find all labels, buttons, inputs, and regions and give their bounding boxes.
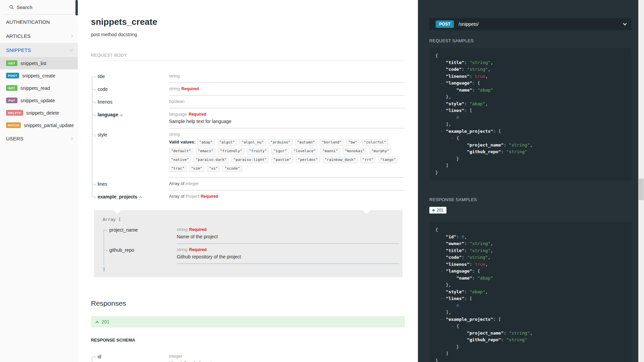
- method-badge: PATCH: [6, 122, 21, 128]
- field-name: linenos: [98, 99, 169, 108]
- code-line: "linenos": true,: [435, 261, 626, 268]
- code-token: ]: [435, 163, 448, 168]
- sidebar-section-snippets[interactable]: SNIPPETS: [0, 43, 78, 57]
- code-token: : {: [472, 80, 480, 85]
- fold-toggle-icon[interactable]: -: [441, 268, 446, 274]
- response-status-tab[interactable]: 201: [429, 207, 446, 214]
- endpoint-selector[interactable]: POST /snippets/: [429, 18, 632, 30]
- response-schema-caption: RESPONSE SCHEMA: [91, 338, 405, 343]
- enum-value-chip: "bw": [346, 139, 359, 146]
- code-line: - "example_projects": [: [435, 128, 626, 135]
- code-token: :: [501, 337, 506, 342]
- field-type: Array of ProjectRequired: [169, 193, 405, 199]
- chevron-right-icon: [70, 137, 73, 140]
- fold-toggle-icon[interactable]: -: [441, 296, 446, 301]
- enum-value-chip: "vim": [189, 165, 204, 172]
- code-token: "code": [446, 67, 462, 72]
- code-line: "linenos": true,: [435, 73, 626, 80]
- sidebar-operations: GETsnippets_listPOSTsnippets_createGETsn…: [0, 57, 78, 131]
- code-token: ,: [488, 255, 491, 260]
- code-line: - "lines": [: [435, 107, 626, 114]
- field-name: lines: [98, 181, 169, 190]
- code-line: "github_repo": "string": [435, 337, 626, 344]
- code-token: "owner": [446, 241, 464, 246]
- code-line: },: [435, 94, 626, 101]
- code-line: "title": "string",: [435, 59, 626, 66]
- fold-toggle-icon[interactable]: -: [441, 129, 446, 134]
- fold-toggle-icon[interactable]: -: [441, 108, 446, 113]
- code-token: [435, 234, 446, 239]
- field-help: Name of the project: [177, 234, 399, 240]
- code-line: 0: [435, 302, 626, 309]
- code-token: [435, 303, 457, 308]
- response-201-banner[interactable]: 201: [91, 316, 405, 327]
- field-row-language[interactable]: language languageRequired Sample help te…: [91, 111, 405, 128]
- sidebar-section-authentication[interactable]: AUTHENTICATION: [0, 15, 78, 29]
- field-type: languageRequired: [169, 111, 405, 117]
- window-scrollbar-thumb[interactable]: [639, 179, 644, 200]
- code-token: [435, 149, 467, 154]
- field-help: id serializer help text: [169, 360, 405, 362]
- method-badge: GET: [6, 85, 17, 91]
- request-samples-label: REQUEST SAMPLES: [429, 38, 633, 43]
- sidebar-section-users[interactable]: USERS: [0, 131, 78, 145]
- field-name: id: [98, 353, 169, 362]
- request-body-caption: REQUEST BODY: [91, 53, 405, 61]
- window-scrollbar[interactable]: [638, 0, 644, 362]
- code-token: :: [462, 255, 467, 260]
- code-token: :: [501, 149, 506, 154]
- field-row-example-projects[interactable]: example_projects Array of ProjectRequire…: [91, 193, 405, 203]
- sidebar-item-snippets_delete[interactable]: DELETEsnippets_delete: [0, 107, 78, 119]
- sidebar-item-snippets_update[interactable]: PUTsnippets_update: [0, 94, 78, 107]
- code-token: "string": [506, 337, 527, 342]
- sidebar-item-snippets_create[interactable]: POSTsnippets_create: [0, 69, 78, 82]
- chevron-down-icon: [623, 21, 627, 25]
- sidebar-item-label: snippets_delete: [26, 110, 59, 116]
- section-label: SNIPPETS: [6, 47, 31, 53]
- code-token: [435, 87, 457, 93]
- field-type: stringRequired: [169, 86, 405, 92]
- code-token: "language": [446, 268, 472, 274]
- sidebar-section-articles[interactable]: ARTICLES: [0, 29, 78, 43]
- fold-toggle-icon[interactable]: -: [441, 317, 446, 322]
- chevron-down-icon: [120, 113, 123, 116]
- code-token: [435, 67, 446, 72]
- valid-values-label: Valid values:: [169, 139, 196, 144]
- fold-toggle-icon[interactable]: -: [441, 80, 446, 85]
- code-token: ,: [464, 234, 467, 239]
- code-line: "code": "string",: [435, 254, 626, 261]
- field-name: github_repo: [109, 247, 177, 264]
- field-row-code: code stringRequired: [91, 86, 405, 96]
- fold-toggle-icon[interactable]: -: [451, 135, 457, 140]
- sidebar-item-snippets_list[interactable]: GETsnippets_list: [0, 57, 78, 69]
- array-close-bracket: ]: [103, 267, 399, 272]
- code-line: 0: [435, 114, 626, 121]
- code-token: "example_projects": [446, 317, 493, 322]
- sidebar: AUTHENTICATION ARTICLES SNIPPETS GETsnip…: [0, 0, 78, 362]
- field-name: code: [98, 86, 169, 96]
- code-line: - {: [435, 135, 626, 142]
- code-token: ,: [485, 289, 488, 294]
- enum-value-chip: "abap": [197, 139, 215, 146]
- request-body-fields: title string code stringRequired linenos…: [91, 73, 405, 203]
- sidebar-item-snippets_read[interactable]: GETsnippets_read: [0, 82, 78, 94]
- field-type: string: [169, 131, 405, 137]
- code-token: [435, 60, 446, 65]
- code-token: "name": [457, 276, 472, 281]
- sidebar-item-snippets_partial_update[interactable]: PATCHsnippets_partial_update: [0, 119, 78, 131]
- code-line: ]: [435, 350, 626, 357]
- code-token: true: [475, 74, 485, 79]
- code-token: :: [464, 60, 470, 65]
- search-input[interactable]: [17, 5, 60, 10]
- fold-toggle-icon[interactable]: -: [451, 323, 457, 328]
- code-token: "string": [467, 255, 488, 260]
- field-type: integer: [169, 353, 405, 359]
- search-bar[interactable]: [4, 0, 74, 15]
- code-line: - "lines": [: [435, 295, 626, 302]
- field-name: title: [98, 73, 169, 83]
- sidebar-scrollbar-thumb[interactable]: [75, 0, 78, 15]
- code-token: 0: [457, 303, 459, 308]
- code-token: "linenos": [446, 74, 469, 79]
- enum-value-chip: "vs": [207, 165, 220, 172]
- code-line: ],: [435, 309, 626, 316]
